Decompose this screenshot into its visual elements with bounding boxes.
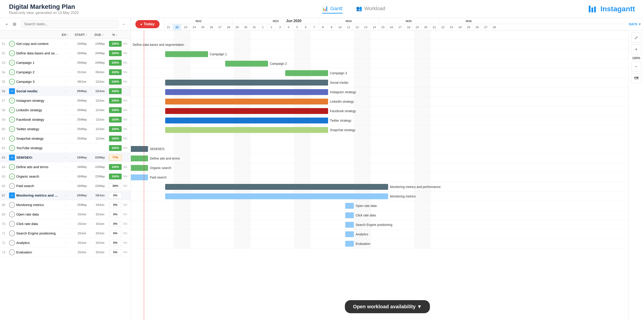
gantt-bar[interactable] xyxy=(131,156,148,161)
gantt-bar[interactable] xyxy=(131,146,148,152)
task-row[interactable]: 68 ○ Monitoring metrics - 25/May 19/Jun … xyxy=(0,200,131,210)
task-row[interactable]: 53 ✓ Campaign 1 - 25/May 29/May 100% NN xyxy=(0,58,131,68)
gantt-bar[interactable] xyxy=(165,184,388,190)
gantt-bar[interactable] xyxy=(165,108,328,114)
grid-icon[interactable]: ⊞ xyxy=(11,21,18,27)
day-cell: 31 xyxy=(250,24,258,30)
map-icon[interactable]: 🗺 xyxy=(631,73,641,83)
task-due: 12/Jun xyxy=(91,108,109,112)
zoom-out-icon[interactable]: − xyxy=(631,62,641,72)
task-eh: - xyxy=(59,70,73,74)
days-control[interactable]: DAYS ▼ xyxy=(626,22,644,26)
task-row[interactable]: 52 ✓ Define data bases and segmentation … xyxy=(0,48,131,58)
gantt-bar[interactable] xyxy=(131,165,148,171)
task-number: 57 xyxy=(2,99,9,102)
gantt-bar[interactable] xyxy=(345,241,354,247)
task-row[interactable]: 69 ○ Open rate data - 15/Jun 15/Jun 0% N… xyxy=(0,210,131,219)
week-block: W24 xyxy=(318,18,378,24)
day-cell: 18 xyxy=(404,24,413,30)
gantt-bar-label: Organic search xyxy=(150,166,171,170)
day-cell: 9 xyxy=(327,24,336,30)
pct-col-header[interactable]: % ↑ xyxy=(108,33,122,36)
task-row[interactable]: 62 ✓ YouTube strategy - 100% NN xyxy=(0,143,131,153)
task-percent: 0% xyxy=(109,230,122,236)
task-row[interactable]: 64 ✓ Define ads and terms - 18/May 22/Ma… xyxy=(0,162,131,172)
task-nn: NN xyxy=(122,166,129,168)
task-due: 12/Jun xyxy=(91,99,109,102)
due-col-header[interactable]: DUE ↑ xyxy=(90,33,108,36)
search-input[interactable] xyxy=(21,20,118,28)
gantt-bar[interactable] xyxy=(165,89,328,95)
gantt-bar[interactable] xyxy=(285,70,328,76)
gantt-bar[interactable] xyxy=(165,98,328,104)
task-number: 64 xyxy=(2,165,9,169)
gantt-bar[interactable] xyxy=(165,118,328,124)
gantt-bar[interactable] xyxy=(345,212,354,218)
task-done-icon: ✓ xyxy=(9,117,15,122)
task-row[interactable]: 58 ✓ LinkedIn strategy - 25/May 12/Jun 1… xyxy=(0,106,131,115)
start-col-header[interactable]: START ↑ xyxy=(72,33,90,36)
today-button[interactable]: Today xyxy=(136,20,160,28)
task-start: 25/May xyxy=(73,61,91,64)
task-row[interactable]: 54 ✓ Campaign 2 - 01/Jun 05/Jun 100% NN xyxy=(0,68,131,77)
gantt-bar[interactable] xyxy=(165,127,328,133)
gantt-bar[interactable] xyxy=(165,194,388,199)
gantt-tab[interactable]: 📊 Gantt xyxy=(322,4,342,14)
task-row[interactable]: 61 ✓ Snapchat strategy - 25/May 12/Jun 1… xyxy=(0,134,131,143)
task-partial-icon: ○ xyxy=(9,240,15,246)
day-cell: 22 xyxy=(438,24,447,30)
gantt-bar-label: Define data bases and segmentation xyxy=(133,43,184,46)
task-name: Social media: xyxy=(16,89,59,93)
gantt-bar[interactable] xyxy=(345,231,354,237)
task-row[interactable]: 55 ✓ Campaign 3 - 08/Jun 12/Jun 100% NN xyxy=(0,77,131,86)
task-row[interactable]: 73 ○ Evaluation - 15/Jun 15/Jun 0% NN xyxy=(0,248,131,257)
task-due: 15/Jun xyxy=(91,241,109,244)
gantt-bar[interactable] xyxy=(165,51,208,57)
task-row[interactable]: 57 ✓ Instagram strategy - 25/May 12/Jun … xyxy=(0,96,131,106)
task-row[interactable]: 67 − Monitoring metrics and performance:… xyxy=(0,191,131,200)
task-row[interactable]: 56 − Social media: - 25/May 12/Jun 100% xyxy=(0,86,131,96)
task-partial-icon: ○ xyxy=(9,230,15,236)
gantt-bar-label: Monitoring metrics xyxy=(390,194,416,198)
task-eh: - xyxy=(59,108,73,112)
task-row[interactable]: 60 ✓ Twitter strategy - 25/May 12/Jun 10… xyxy=(0,124,131,134)
task-row[interactable]: 51 ✓ Get copy and content - 15/May 15/Ma… xyxy=(0,39,131,48)
gantt-bar[interactable] xyxy=(165,80,328,86)
task-due: 20/May xyxy=(91,52,109,55)
eh-col-header[interactable]: EH ↑ xyxy=(58,33,72,36)
gantt-bar[interactable] xyxy=(225,61,268,66)
workload-tab[interactable]: 👥 Workload xyxy=(356,4,386,14)
week-block: W22 xyxy=(164,18,233,24)
task-row[interactable]: 65 ✓ Organic search - 18/May 22/May 100%… xyxy=(0,172,131,181)
back-arrow-icon[interactable]: ← xyxy=(121,21,127,27)
day-cell: 14 xyxy=(370,24,378,30)
gantt-row: Monitoring metrics and performance: xyxy=(131,182,628,192)
group-collapse-icon[interactable]: − xyxy=(9,88,15,94)
main-nav: 📊 Gantt 👥 Workload xyxy=(140,4,567,14)
gantt-bar[interactable] xyxy=(131,174,148,180)
task-row[interactable]: 59 ✓ Facebook strategy - 25/May 12/Jun 1… xyxy=(0,115,131,124)
task-row[interactable]: 71 ○ Search Engine positioning - 15/Jun … xyxy=(0,228,131,238)
zoom-in-icon[interactable]: + xyxy=(631,44,641,54)
add-icon[interactable]: ＋ xyxy=(4,21,10,27)
task-row[interactable]: 66 ○ Paid search - 18/May 22/May 30% NN xyxy=(0,181,131,191)
task-name: Instagram strategy xyxy=(16,98,59,102)
day-cell: 27 xyxy=(216,24,224,30)
task-row[interactable]: 70 ○ Click rate data - 15/Jun 15/Jun 0% … xyxy=(0,219,131,228)
gantt-panel: Today W22W23W24Jun 2020W25W26 2122232425… xyxy=(131,18,644,320)
group-collapse-icon[interactable]: − xyxy=(9,192,15,198)
group-collapse-icon[interactable]: − xyxy=(9,154,15,160)
day-cell: 1 xyxy=(258,24,267,30)
gantt-row: Social media: xyxy=(131,78,628,87)
resize-icon[interactable]: ⤢ xyxy=(631,33,641,43)
task-name: Evaluation xyxy=(16,250,59,254)
task-due: 15/Jun xyxy=(91,212,109,216)
task-percent: 100% xyxy=(109,145,122,151)
gantt-bar[interactable] xyxy=(345,203,354,209)
task-partial-icon: ○ xyxy=(9,212,15,217)
task-row[interactable]: 72 ○ Analytics - 15/Jun 15/Jun 0% NN xyxy=(0,238,131,248)
task-row[interactable]: 63 − SEM/SEO: - 18/May 22/May 77% xyxy=(0,153,131,162)
gantt-bar[interactable] xyxy=(345,222,354,228)
day-cell: 19 xyxy=(413,24,421,30)
workload-availability-button[interactable]: Open workload availability ▼ xyxy=(345,300,430,313)
